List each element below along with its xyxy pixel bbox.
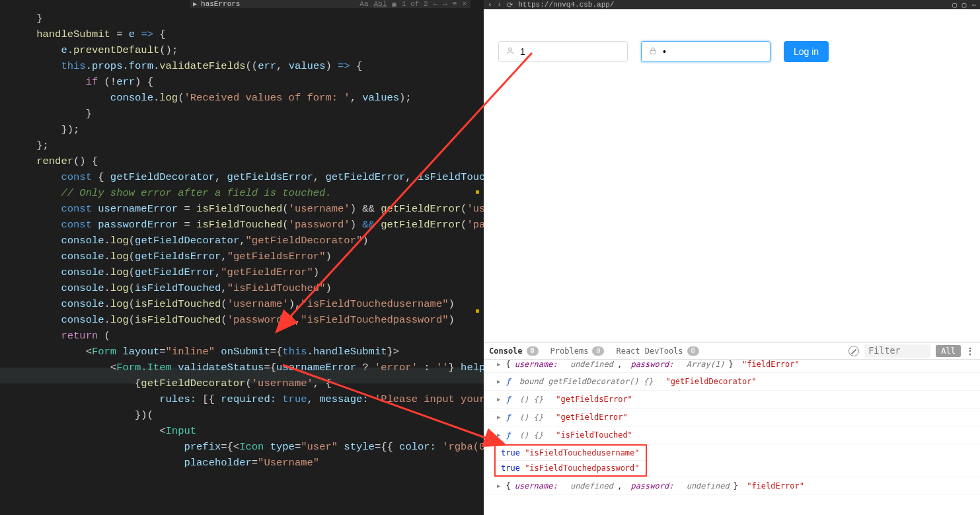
find-in-selection-icon[interactable]: ≡ bbox=[453, 0, 457, 8]
annotation-highlight-box: true "isFieldTouchedusername"true "isFie… bbox=[494, 444, 647, 477]
code-line[interactable]: <Form.Item validateStatus={usernameError… bbox=[12, 360, 484, 376]
svg-point-0 bbox=[509, 48, 512, 51]
find-widget[interactable]: ▶ hasErrors Aa Abl ▣ 1 of 2 ← → ≡ × bbox=[190, 0, 471, 8]
devtools-panel[interactable]: Console 0 Problems 0 React DevTools 0 Al… bbox=[484, 342, 980, 515]
code-line[interactable]: console.log(getFieldDecorator,"getFieldD… bbox=[12, 233, 484, 249]
password-value: • bbox=[663, 46, 666, 57]
code-line[interactable]: this.props.form.validateFields((err, val… bbox=[12, 58, 484, 74]
code-line[interactable]: } bbox=[12, 106, 484, 122]
code-line[interactable]: {getFieldDecorator('username', { bbox=[12, 376, 484, 391]
code-body[interactable]: } handleSubmit = e => { e.preventDefault… bbox=[0, 0, 484, 471]
password-input[interactable]: • bbox=[641, 41, 771, 62]
filter-all-button[interactable]: All bbox=[936, 345, 961, 357]
console-entry[interactable]: ▶ƒ bound getFieldDecorator() {} "getFiel… bbox=[484, 373, 980, 391]
console-entry[interactable]: ▶ƒ () {} "getFieldsError" bbox=[484, 391, 980, 409]
login-button[interactable]: Log in bbox=[784, 41, 829, 62]
code-line[interactable]: console.log(isFieldTouched('username'),"… bbox=[12, 296, 484, 312]
code-line[interactable]: }; bbox=[12, 138, 484, 153]
chevron-right-icon[interactable]: ▶ bbox=[193, 0, 197, 8]
console-output[interactable]: ▶{username: undefined, password: Array(1… bbox=[484, 360, 980, 515]
expand-icon[interactable]: ▶ bbox=[497, 378, 500, 385]
console-entry[interactable]: ▶ƒ () {} "isFieldTouched" bbox=[484, 426, 980, 444]
code-line[interactable]: } bbox=[12, 11, 484, 26]
tab-console[interactable]: Console 0 bbox=[489, 346, 539, 356]
console-entry[interactable]: ▶{username: undefined, password: Array(1… bbox=[484, 360, 980, 373]
code-line[interactable]: <Input bbox=[12, 423, 484, 439]
code-line[interactable]: })( bbox=[12, 407, 484, 423]
more-icon[interactable]: ⋯ bbox=[971, 1, 976, 9]
code-line[interactable]: if (!err) { bbox=[12, 74, 484, 90]
expand-icon[interactable]: ▶ bbox=[497, 361, 500, 368]
expand-icon[interactable]: ▶ bbox=[497, 432, 500, 438]
browser-toolbar: ‹ › ⟳ https://nnvq4.csb.app/ ▢ ▢ ⋯ bbox=[484, 0, 980, 9]
svg-rect-1 bbox=[650, 50, 656, 54]
console-filter-input[interactable] bbox=[864, 344, 930, 358]
expand-icon[interactable]: ▶ bbox=[497, 414, 500, 420]
tab-problems[interactable]: Problems 0 bbox=[550, 346, 605, 356]
console-entry[interactable]: ▶{username: undefined, password: undefin… bbox=[484, 477, 980, 495]
expand-icon[interactable]: ▶ bbox=[497, 483, 500, 489]
code-line[interactable]: // Only show error after a field is touc… bbox=[12, 185, 484, 201]
code-line[interactable]: return ( bbox=[12, 328, 484, 344]
code-line[interactable]: <Form layout="inline" onSubmit={this.han… bbox=[12, 344, 484, 360]
back-icon[interactable]: ‹ bbox=[488, 1, 492, 9]
code-line[interactable]: const { getFieldDecorator, getFieldsErro… bbox=[12, 169, 484, 185]
code-line[interactable]: rules: [{ required: true, message: 'Plea… bbox=[12, 391, 484, 407]
reload-icon[interactable]: ⟳ bbox=[507, 1, 513, 9]
code-line[interactable]: const usernameError = isFieldTouched('us… bbox=[12, 201, 484, 217]
code-line[interactable]: }); bbox=[12, 122, 484, 138]
clear-console-icon[interactable] bbox=[848, 346, 859, 356]
regex-icon[interactable]: ▣ bbox=[392, 0, 396, 9]
next-match-icon[interactable]: → bbox=[443, 0, 447, 8]
code-line[interactable]: console.log(isFieldTouched,"isFieldTouch… bbox=[12, 280, 484, 296]
code-line[interactable]: prefix={<Icon type="user" style={{ color… bbox=[12, 439, 484, 455]
lock-icon bbox=[648, 46, 658, 58]
username-value: 1 bbox=[520, 46, 525, 57]
url-bar[interactable]: https://nnvq4.csb.app/ bbox=[518, 1, 614, 9]
tab-react-devtools[interactable]: React DevTools 0 bbox=[616, 346, 698, 356]
browser-pane: ‹ › ⟳ https://nnvq4.csb.app/ ▢ ▢ ⋯ 1 • L… bbox=[484, 0, 980, 515]
code-line[interactable]: render() { bbox=[12, 153, 484, 169]
whole-word-icon[interactable]: Abl bbox=[374, 0, 387, 8]
username-input[interactable]: 1 bbox=[498, 41, 628, 62]
close-icon[interactable]: × bbox=[462, 0, 467, 8]
code-line[interactable]: console.log(getFieldError,"getFieldError… bbox=[12, 264, 484, 280]
forward-icon[interactable]: › bbox=[498, 1, 502, 9]
expand-icon[interactable]: ▶ bbox=[497, 396, 500, 403]
devtools-tabs: Console 0 Problems 0 React DevTools 0 Al… bbox=[484, 342, 980, 360]
code-line[interactable]: const passwordError = isFieldTouched('pa… bbox=[12, 217, 484, 233]
code-editor[interactable]: ▶ hasErrors Aa Abl ▣ 1 of 2 ← → ≡ × } ha… bbox=[0, 0, 484, 515]
match-case-icon[interactable]: Aa bbox=[359, 0, 368, 8]
open-new-window-icon[interactable]: ▢ bbox=[952, 1, 957, 9]
console-entry[interactable]: ▶ƒ () {} "getFieldError" bbox=[484, 409, 980, 426]
preview-viewport: 1 • Log in bbox=[484, 9, 980, 342]
user-icon bbox=[506, 46, 515, 58]
code-line[interactable]: console.log(isFieldTouched('password'),"… bbox=[12, 312, 484, 328]
find-query[interactable]: hasErrors bbox=[201, 0, 240, 8]
code-line[interactable]: console.log(getFieldsError,"getFieldsErr… bbox=[12, 249, 484, 264]
find-result-count: 1 of 2 bbox=[402, 0, 428, 8]
code-line[interactable]: handleSubmit = e => { bbox=[12, 26, 484, 42]
more-icon[interactable]: ⋮ bbox=[966, 346, 975, 356]
open-new-window-icon[interactable]: ▢ bbox=[962, 1, 967, 9]
prev-match-icon[interactable]: ← bbox=[433, 0, 438, 8]
code-line[interactable]: e.preventDefault(); bbox=[12, 42, 484, 58]
code-line[interactable]: console.log('Received values of form: ',… bbox=[12, 90, 484, 106]
code-line[interactable]: placeholder="Username" bbox=[12, 455, 484, 471]
